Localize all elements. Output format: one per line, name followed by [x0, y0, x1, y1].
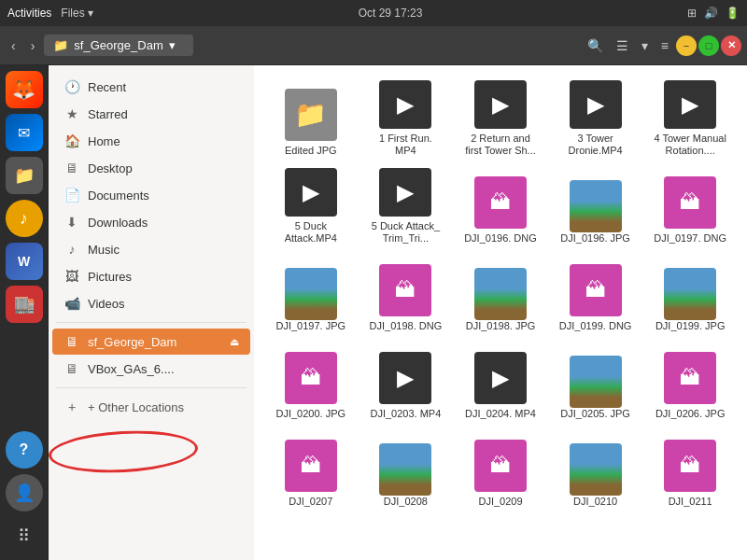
file-item[interactable]: 📁 Edited JPG	[265, 77, 357, 161]
file-item[interactable]: DJI_0205. JPG	[550, 340, 641, 424]
file-item[interactable]: ▶ 3 Tower Dronie.MP4	[550, 77, 641, 161]
file-item[interactable]: ▶ 5 Duck Attack.MP4	[265, 164, 357, 248]
taskbar-files[interactable]: 📁	[6, 157, 43, 194]
file-name: DJI_0198. DNG	[370, 320, 443, 332]
file-item[interactable]: ▶ 2 Return and first Tower Sh...	[455, 77, 546, 161]
sidebar-item-home[interactable]: 🏠 Home	[52, 128, 250, 154]
file-item[interactable]: ▶ 4 Tower Manual Rotation....	[644, 77, 736, 161]
sidebar-item-music[interactable]: ♪ Music	[52, 236, 250, 262]
file-item[interactable]: 🏔 DJI_0211	[644, 427, 736, 511]
file-name: DJI_0204. MP4	[465, 408, 536, 420]
file-name: DJI_0196. DNG	[464, 232, 537, 245]
sidebar-item-recent[interactable]: 🕐 Recent	[52, 74, 250, 100]
file-manager-toolbar: ‹ › 📁 sf_George_Dam ▾ 🔍 ☰ ▾ ≡ − □ ✕	[0, 26, 747, 65]
image-icon: 🏔	[301, 454, 321, 478]
image-thumbnail	[285, 268, 337, 320]
image-icon: 🏔	[680, 454, 700, 478]
sidebar-item-vbox[interactable]: 🖥 VBox_GAs_6....	[52, 356, 250, 382]
file-name: DJI_0203. MP4	[370, 408, 441, 420]
sidebar-label-recent: Recent	[88, 80, 126, 94]
close-button[interactable]: ✕	[721, 35, 741, 56]
minimize-button[interactable]: −	[676, 35, 697, 56]
image-icon: 🏔	[680, 366, 700, 390]
image-thumbnail	[570, 180, 622, 232]
file-item[interactable]: DJI_0197. JPG	[265, 252, 357, 336]
image-icon: 🏔	[490, 190, 511, 215]
sidebar-item-documents[interactable]: 📄 Documents	[52, 182, 250, 208]
file-item[interactable]: DJI_0196. JPG	[550, 164, 641, 248]
sidebar-label-desktop: Desktop	[88, 161, 133, 175]
image-icon: 🏔	[395, 278, 416, 302]
file-item[interactable]: ▶ DJI_0203. MP4	[360, 340, 452, 424]
sidebar-divider	[56, 322, 247, 323]
file-name: DJI_0206. JPG	[655, 408, 726, 420]
file-item[interactable]: DJI_0208	[360, 427, 452, 511]
files-menu-button[interactable]: Files ▾	[61, 7, 93, 20]
search-button[interactable]: 🔍	[582, 35, 609, 57]
file-sidebar: 🕐 Recent ★ Starred 🏠 Home 🖥 Desktop 📄 Do…	[49, 65, 254, 560]
file-item[interactable]: 🏔 DJI_0209	[455, 427, 546, 511]
image-thumbnail	[570, 356, 622, 408]
file-item[interactable]: 🏔 DJI_0200. JPG	[265, 340, 357, 424]
file-item[interactable]: 🏔 DJI_0198. DNG	[360, 252, 452, 336]
file-name: 4 Tower Manual Rotation....	[653, 133, 727, 157]
sidebar-item-desktop[interactable]: 🖥 Desktop	[52, 155, 250, 181]
taskbar-firefox[interactable]: 🦊	[6, 71, 43, 108]
file-item[interactable]: ▶ DJI_0204. MP4	[455, 340, 546, 424]
music-icon: ♪	[63, 242, 80, 257]
file-name: DJI_0207	[289, 496, 332, 508]
file-name: DJI_0208	[384, 496, 428, 508]
file-item[interactable]: 🏔 DJI_0207	[265, 427, 357, 511]
file-name: 1 First Run. MP4	[368, 133, 443, 157]
file-item[interactable]: DJI_0210	[550, 427, 641, 511]
taskbar-thunderbird[interactable]: ✉	[6, 114, 43, 151]
path-dropdown-icon: ▾	[169, 38, 176, 52]
file-item[interactable]: ▶ 5 Duck Attack_ Trim_Tri...	[360, 164, 452, 248]
sidebar-item-videos[interactable]: 📹 Videos	[52, 290, 250, 316]
maximize-button[interactable]: □	[698, 35, 719, 56]
sidebar-item-starred[interactable]: ★ Starred	[52, 101, 250, 127]
file-item[interactable]: DJI_0199. JPG	[644, 252, 736, 336]
file-item[interactable]: ▶ 1 First Run. MP4	[360, 77, 452, 161]
taskbar-audio[interactable]: ♪	[6, 200, 43, 237]
taskbar-apps-grid[interactable]: ⠿	[6, 517, 43, 554]
path-bar[interactable]: 📁 sf_George_Dam ▾	[44, 35, 193, 56]
file-item[interactable]: 🏔 DJI_0199. DNG	[550, 252, 641, 336]
file-item[interactable]: 🏔 DJI_0197. DNG	[644, 164, 736, 248]
taskbar-writer[interactable]: W	[6, 243, 43, 280]
sidebar-other-locations[interactable]: + + Other Locations	[52, 394, 250, 420]
menu-button[interactable]: ≡	[655, 35, 674, 57]
file-item[interactable]: 🏔 DJI_0206. JPG	[644, 340, 736, 424]
taskbar-help[interactable]: ?	[6, 431, 43, 469]
taskbar-software[interactable]: 🏬	[6, 286, 43, 323]
sidebar-label-downloads: Downloads	[88, 216, 148, 230]
taskbar-avatar[interactable]: 👤	[6, 474, 43, 511]
network-icon[interactable]: ⊞	[687, 7, 697, 20]
sidebar-item-pictures[interactable]: 🖼 Pictures	[52, 263, 250, 289]
sidebar-item-sf-george-dam[interactable]: 🖥 sf_George_Dam ⏏	[52, 329, 250, 355]
file-name: 5 Duck Attack_ Trim_Tri...	[368, 220, 443, 245]
file-item[interactable]: 🏔 DJI_0196. DNG	[455, 164, 546, 248]
starred-icon: ★	[63, 106, 80, 121]
sidebar-item-downloads[interactable]: ⬇ Downloads	[52, 209, 250, 235]
play-icon: ▶	[397, 365, 414, 391]
forward-button[interactable]: ›	[25, 35, 41, 57]
list-view-button[interactable]: ☰	[611, 35, 634, 57]
file-name: DJI_0211	[669, 496, 712, 508]
volume-icon[interactable]: 🔊	[704, 7, 718, 20]
play-icon: ▶	[492, 365, 509, 391]
file-name: DJI_0196. JPG	[560, 232, 630, 245]
file-item[interactable]: DJI_0198. JPG	[455, 252, 546, 336]
image-thumbnail	[664, 268, 716, 320]
back-button[interactable]: ‹	[6, 35, 21, 57]
view-options-button[interactable]: ▾	[636, 35, 654, 57]
activities-button[interactable]: Activities	[7, 7, 51, 20]
file-name: DJI_0198. JPG	[466, 320, 536, 332]
play-icon: ▶	[492, 91, 509, 118]
sidebar-label-starred: Starred	[88, 107, 128, 121]
datetime-display: Oct 29 17:23	[359, 7, 423, 20]
battery-icon[interactable]: 🔋	[726, 7, 740, 20]
image-icon: 🏔	[585, 278, 606, 302]
image-icon: 🏔	[680, 190, 700, 215]
eject-button[interactable]: ⏏	[230, 336, 239, 348]
